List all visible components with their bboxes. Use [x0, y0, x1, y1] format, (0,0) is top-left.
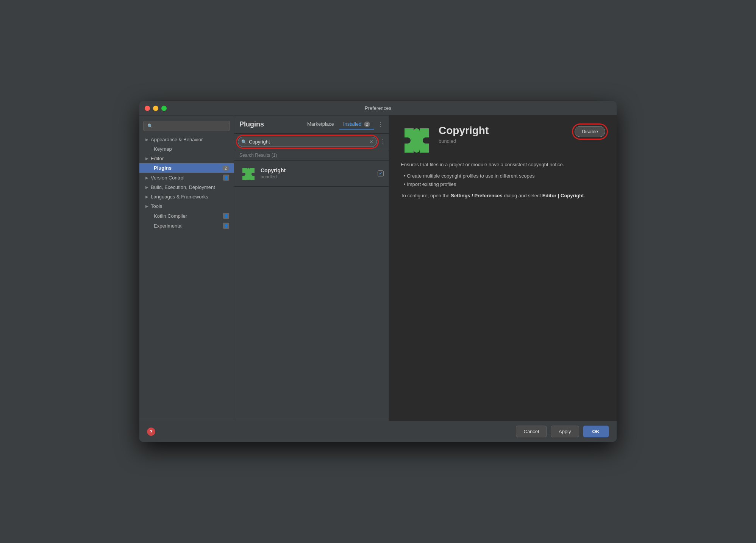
plugin-icon [239, 165, 256, 182]
detail-features: Create multiple copyright profiles to us… [404, 172, 605, 189]
maximize-button[interactable] [161, 106, 167, 111]
sidebar: 🔍 ▶ Appearance & Behavior Keymap ▶ Edito… [139, 115, 234, 421]
person-icon: 👤 [223, 213, 229, 219]
ok-button[interactable]: OK [583, 426, 609, 437]
plugins-panel: Plugins Marketplace Installed 2 ⋮ 🔍 Copy… [234, 115, 389, 421]
sidebar-item-keymap[interactable]: Keymap [139, 144, 234, 154]
apply-button[interactable]: Apply [551, 426, 579, 437]
sidebar-search-input[interactable] [155, 123, 226, 129]
plugin-search-bar: 🔍 Copyright ✕ ⋮ [234, 134, 389, 150]
plugin-enabled-checkbox[interactable] [378, 170, 384, 176]
tab-installed[interactable]: Installed 2 [339, 119, 374, 130]
detail-panel: Copyright bundled Disable Ensures that f… [389, 115, 617, 421]
sidebar-item-label: Languages & Frameworks [151, 194, 208, 200]
feature-item: Import existing profiles [404, 180, 605, 189]
cancel-button[interactable]: Cancel [516, 426, 547, 437]
minimize-button[interactable] [153, 106, 158, 111]
person-icon: 👤 [223, 223, 229, 229]
sidebar-item-version-control[interactable]: ▶ Version Control 👤 [139, 173, 234, 183]
detail-configure: To configure, open the Settings / Prefer… [401, 192, 605, 200]
detail-plugin-name: Copyright [439, 125, 567, 137]
sidebar-item-languages-frameworks[interactable]: ▶ Languages & Frameworks [139, 192, 234, 201]
sidebar-item-editor[interactable]: ▶ Editor [139, 154, 234, 163]
arrow-icon: ▶ [145, 195, 148, 199]
clear-search-icon[interactable]: ✕ [369, 139, 373, 145]
sidebar-item-label: Plugins [154, 165, 172, 171]
sidebar-item-label: Build, Execution, Deployment [151, 184, 215, 190]
sidebar-item-plugins[interactable]: Plugins 2 [139, 163, 234, 173]
more-options-icon[interactable]: ⋮ [378, 121, 384, 128]
sidebar-item-label: Version Control [151, 175, 184, 181]
sidebar-item-build-execution[interactable]: ▶ Build, Execution, Deployment [139, 183, 234, 192]
person-icon: 👤 [223, 175, 229, 181]
feature-item: Create multiple copyright profiles to us… [404, 172, 605, 180]
sidebar-item-label: Kotlin Compiler [154, 213, 187, 219]
help-button[interactable]: ? [147, 428, 155, 436]
plugin-sub: bundled [261, 174, 373, 179]
search-results-label: Search Results (1) [234, 150, 389, 161]
plugins-title: Plugins [239, 120, 264, 128]
detail-info: Copyright bundled [439, 125, 567, 144]
sidebar-item-label: Keymap [154, 146, 172, 152]
sidebar-item-label: Editor [151, 156, 164, 161]
sidebar-item-label: Tools [151, 203, 162, 209]
sidebar-item-kotlin-compiler[interactable]: Kotlin Compiler 👤 [139, 211, 234, 221]
plugins-badge: 2 [222, 165, 229, 171]
sidebar-item-label: Appearance & Behavior [151, 137, 203, 142]
main-content: 🔍 ▶ Appearance & Behavior Keymap ▶ Edito… [139, 115, 617, 421]
window-title: Preferences [365, 105, 391, 111]
plugins-header: Plugins Marketplace Installed 2 ⋮ [234, 115, 389, 134]
sidebar-item-label: Experimental [154, 223, 183, 229]
search-icon: 🔍 [147, 123, 153, 129]
arrow-icon: ▶ [145, 137, 148, 142]
disable-button[interactable]: Disable [575, 126, 605, 137]
plugin-info: Copyright bundled [261, 167, 373, 179]
detail-header: Copyright bundled Disable [401, 125, 605, 155]
plugin-item-copyright[interactable]: Copyright bundled [234, 161, 389, 187]
sidebar-item-tools[interactable]: ▶ Tools [139, 201, 234, 211]
preferences-window: Preferences 🔍 ▶ Appearance & Behavior Ke… [139, 101, 617, 442]
arrow-icon: ▶ [145, 185, 148, 189]
detail-plugin-sub: bundled [439, 138, 567, 144]
close-button[interactable] [145, 106, 150, 111]
sidebar-item-experimental[interactable]: Experimental 👤 [139, 221, 234, 231]
detail-description: Ensures that files in a project or modul… [401, 161, 605, 200]
bottom-bar: ? Cancel Apply OK [139, 421, 617, 442]
search-icon: 🔍 [241, 139, 247, 145]
detail-plugin-icon [401, 125, 431, 155]
plugin-name: Copyright [261, 167, 373, 173]
arrow-icon: ▶ [145, 176, 148, 180]
tab-marketplace[interactable]: Marketplace [303, 119, 338, 130]
plugin-search-options-icon[interactable]: ⋮ [379, 138, 385, 145]
plugin-search-container[interactable]: 🔍 Copyright ✕ [238, 137, 377, 147]
plugin-list: Copyright bundled [234, 161, 389, 421]
plugin-search-text: Copyright [249, 139, 270, 145]
traffic-lights [145, 106, 167, 111]
sidebar-search[interactable]: 🔍 [143, 121, 230, 131]
arrow-icon: ▶ [145, 156, 148, 161]
arrow-icon: ▶ [145, 204, 148, 208]
tab-group: Marketplace Installed 2 ⋮ [303, 119, 384, 130]
disable-btn-wrap: Disable [575, 125, 605, 137]
installed-badge: 2 [364, 122, 370, 127]
sidebar-item-appearance-behavior[interactable]: ▶ Appearance & Behavior [139, 135, 234, 144]
titlebar: Preferences [139, 101, 617, 115]
